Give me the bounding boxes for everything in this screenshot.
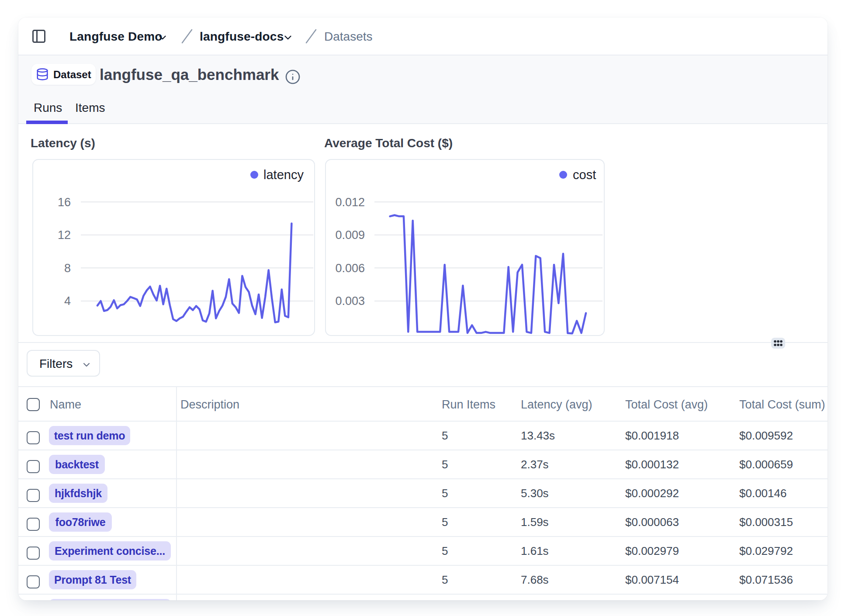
svg-text:0.009: 0.009	[335, 228, 365, 242]
svg-text:0.012: 0.012	[335, 196, 365, 209]
svg-text:latency: latency	[263, 168, 304, 182]
svg-text:4: 4	[64, 294, 71, 308]
svg-text:8: 8	[64, 262, 71, 275]
svg-text:16: 16	[58, 196, 71, 209]
svg-text:cost: cost	[573, 168, 596, 182]
svg-text:12: 12	[58, 228, 71, 242]
svg-text:0.006: 0.006	[335, 262, 365, 275]
svg-text:0.003: 0.003	[335, 294, 365, 308]
